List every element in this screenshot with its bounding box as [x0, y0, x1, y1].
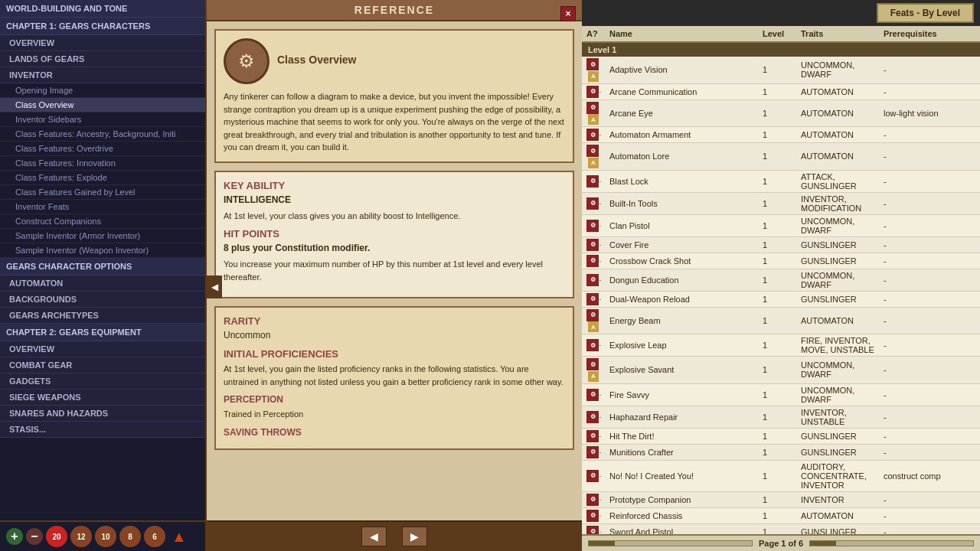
table-row[interactable]: ⚙- Munitions Crafter 1 GUNSLINGER -	[582, 445, 980, 461]
feat-prerequisites: -	[884, 432, 975, 441]
sidebar-item-class-features-overdrive[interactable]: Class Features: Overdrive	[0, 142, 205, 156]
sidebar-item-class-features-level[interactable]: Class Features Gained by Level	[0, 185, 205, 200]
table-row[interactable]: ⚙- Fire Savvy 1 UNCOMMON, DWARF -	[582, 384, 980, 406]
sidebar-item-world-building[interactable]: WORLD-BUILDING AND TONE	[0, 0, 205, 18]
feat-traits: AUTOMATON	[801, 109, 884, 118]
sidebar-item-siege-weapons[interactable]: SIEGE WEAPONS	[0, 390, 205, 406]
sidebar-item-inventor-feats[interactable]: Inventor Feats	[0, 200, 205, 214]
feats-tab[interactable]: Feats - By Level	[877, 3, 974, 23]
table-row[interactable]: ⚙- Built-In Tools 1 INVENTOR, MODIFICATI…	[582, 193, 980, 215]
table-row[interactable]: ⚙- Cover Fire 1 GUNSLINGER -	[582, 237, 980, 253]
page-progress-fill	[589, 541, 615, 546]
feat-level: 1	[763, 341, 801, 350]
table-row[interactable]: ⚙- Explosive Leap 1 FIRE, INVENTOR, MOVE…	[582, 334, 980, 357]
sidebar-item-sample-weapon[interactable]: Sample Inventor (Weapon Inventor)	[0, 243, 205, 258]
table-row[interactable]: ⚙- No! No! I Created You! 1 AUDITORY, CO…	[582, 461, 980, 492]
class-overview-panel: ⚙ Class Overview Any tinkerer can follow…	[214, 29, 574, 163]
sidebar-item-inventor[interactable]: INVENTOR	[0, 67, 205, 83]
sidebar-item-overview2[interactable]: OVERVIEW	[0, 341, 205, 357]
feat-level: 1	[763, 432, 801, 441]
table-row[interactable]: ⚙- Crossbow Crack Shot 1 GUNSLINGER -	[582, 253, 980, 269]
d6-die[interactable]: 6	[144, 526, 165, 547]
table-row[interactable]: ⚙- Sword And Pistol 1 GUNSLINGER -	[582, 524, 980, 535]
feat-name: Dongun Education	[609, 276, 763, 285]
sidebar-item-gadgets[interactable]: GADGETS	[0, 373, 205, 390]
table-row[interactable]: ⚙- Blast Lock 1 ATTACK, GUNSLINGER -	[582, 171, 980, 193]
feat-traits: GUNSLINGER	[801, 295, 884, 304]
main-scroll-area[interactable]: ⚙ Class Overview Any tinkerer can follow…	[207, 21, 582, 520]
bottom-nav: ◀ ▶	[207, 520, 582, 551]
feat-prerequisites: -	[884, 199, 975, 208]
hit-points-title: HIT POINTS	[224, 228, 565, 240]
table-row[interactable]: ⚙- Clan Pistol 1 UNCOMMON, DWARF -	[582, 215, 980, 237]
sidebar-item-lands[interactable]: LANDS OF GEARS	[0, 51, 205, 67]
table-row[interactable]: ⚙A Arcane Eye 1 AUTOMATON low-light visi…	[582, 100, 980, 128]
prev-page-button[interactable]: ◀	[361, 527, 387, 546]
feat-name: Reinforced Chassis	[609, 511, 763, 520]
feat-name: Blast Lock	[609, 177, 763, 186]
feat-traits: AUTOMATON	[801, 152, 884, 161]
d20-die[interactable]: 20	[46, 526, 67, 547]
feat-traits: UNCOMMON, DWARF	[801, 360, 884, 379]
sidebar-item-class-overview[interactable]: Class Overview	[0, 98, 205, 112]
table-row[interactable]: ⚙- Reinforced Chassis 1 AUTOMATON -	[582, 508, 980, 524]
feat-icon: ⚙A	[586, 309, 609, 333]
nav-prev-button[interactable]: ◀	[207, 276, 222, 298]
sidebar-item-automaton[interactable]: AUTOMATON	[0, 276, 205, 292]
feat-icon: ⚙-	[586, 526, 609, 535]
d12-die[interactable]: 12	[70, 526, 92, 547]
feat-icon: ⚙A	[586, 358, 609, 382]
main-wrapper: ◀ REFERENCE × ⚙ Class Overview Any tinke…	[207, 0, 980, 551]
feat-name: Automaton Armament	[609, 130, 763, 139]
sidebar-item-opening-image[interactable]: Opening Image	[0, 83, 205, 98]
sidebar-item-backgrounds[interactable]: BACKGROUNDS	[0, 292, 205, 308]
feat-prerequisites: -	[884, 527, 975, 535]
sidebar-item-class-features-ancestry[interactable]: Class Features: Ancestry, Background, In…	[0, 127, 205, 142]
table-row[interactable]: ⚙A Adaptive Vision 1 UNCOMMON, DWARF -	[582, 57, 980, 84]
sidebar-item-chapter2[interactable]: CHAPTER 2: GEARS EQUIPMENT	[0, 324, 205, 341]
remove-die-button[interactable]: −	[26, 528, 43, 545]
dice-tray: + − 20 12 10 8 6 ▲	[0, 520, 205, 551]
sidebar-item-gears-options[interactable]: GEARS CHARACTER OPTIONS	[0, 258, 205, 276]
sidebar-item-combat-gear[interactable]: COMBAT GEAR	[0, 357, 205, 373]
table-row[interactable]: ⚙- Dongun Education 1 UNCOMMON, DWARF -	[582, 269, 980, 292]
page-progress-bar	[588, 540, 753, 546]
initial-proficiencies-desc: At 1st level, you gain the listed profic…	[224, 363, 565, 388]
table-row[interactable]: ⚙A Explosive Savant 1 UNCOMMON, DWARF -	[582, 357, 980, 384]
table-row[interactable]: ⚙- Dual-Weapon Reload 1 GUNSLINGER -	[582, 292, 980, 308]
sidebar-item-sample-armor[interactable]: Sample Inventor (Armor Inventor)	[0, 229, 205, 243]
feat-prerequisites: -	[884, 495, 975, 504]
feat-prerequisites: -	[884, 177, 975, 186]
sidebar-item-overview[interactable]: OVERVIEW	[0, 35, 205, 51]
table-row[interactable]: ⚙- Haphazard Repair 1 INVENTOR, UNSTABLE…	[582, 406, 980, 429]
close-button[interactable]: ×	[560, 6, 576, 21]
feat-icon: ⚙-	[586, 239, 609, 251]
feat-icon: ⚙-	[586, 510, 609, 522]
table-row[interactable]: ⚙- Prototype Companion 1 INVENTOR -	[582, 492, 980, 508]
feat-traits: FIRE, INVENTOR, MOVE, UNSTABLE	[801, 336, 884, 354]
key-ability-desc: At 1st level, your class gives you an ab…	[224, 210, 565, 223]
sidebar-item-class-features-innovation[interactable]: Class Features: Innovation	[0, 156, 205, 171]
feat-name: Arcane Communication	[609, 87, 763, 96]
table-row[interactable]: ⚙- Automaton Armament 1 AUTOMATON -	[582, 127, 980, 143]
d10-die[interactable]: 10	[95, 526, 116, 547]
table-row[interactable]: ⚙A Energy Beam 1 AUTOMATON -	[582, 308, 980, 335]
d8-die[interactable]: 8	[119, 526, 141, 547]
table-row[interactable]: ⚙- Hit The Dirt! 1 GUNSLINGER -	[582, 429, 980, 445]
table-row[interactable]: ⚙A Automaton Lore 1 AUTOMATON -	[582, 143, 980, 171]
sidebar-item-class-features-explode[interactable]: Class Features: Explode	[0, 171, 205, 185]
next-page-button[interactable]: ▶	[402, 527, 427, 546]
feat-name: Energy Beam	[609, 316, 763, 325]
feat-prerequisites: -	[884, 341, 975, 350]
sidebar-item-inventor-sidebars[interactable]: Inventor Sidebars	[0, 112, 205, 127]
sidebar-item-stasis[interactable]: STASIS...	[0, 422, 205, 438]
feat-traits: UNCOMMON, DWARF	[801, 60, 884, 79]
table-row[interactable]: ⚙- Arcane Communication 1 AUTOMATON -	[582, 84, 980, 100]
sidebar-item-construct-companions[interactable]: Construct Companions	[0, 214, 205, 229]
perception-title: PERCEPTION	[224, 394, 565, 405]
sidebar-item-archetypes[interactable]: GEARS ARCHETYPES	[0, 308, 205, 324]
sidebar-item-chapter1[interactable]: CHAPTER 1: GEARS CHARACTERS	[0, 18, 205, 35]
sidebar: WORLD-BUILDING AND TONE CHAPTER 1: GEARS…	[0, 0, 207, 551]
add-die-button[interactable]: +	[6, 528, 23, 545]
sidebar-item-snares[interactable]: SNARES AND HAZARDS	[0, 406, 205, 422]
